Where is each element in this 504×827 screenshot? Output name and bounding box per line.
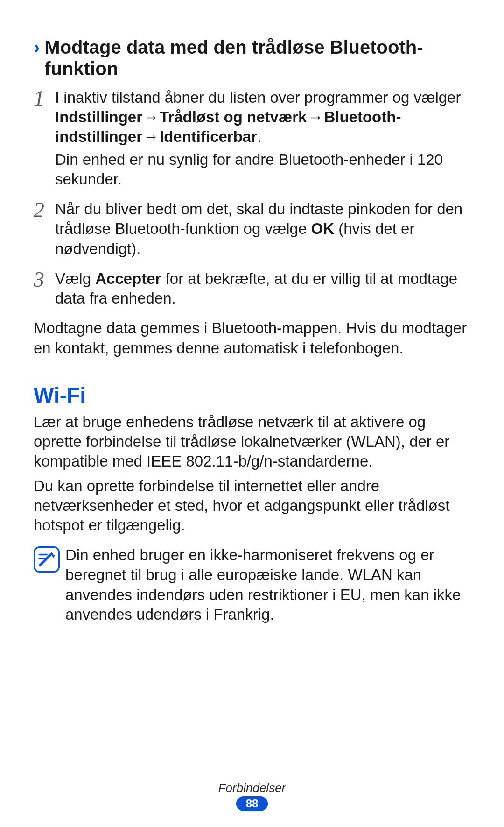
step-2: 2 Når du bliver bedt om det, skal du ind… — [34, 199, 470, 261]
step-body: Når du bliver bedt om det, skal du indta… — [55, 199, 470, 261]
section-heading-text: Modtage data med den trådløse Bluetooth-… — [44, 36, 470, 79]
chevron-right-icon: › — [34, 36, 40, 58]
step-1: 1 I inaktiv tilstand åbner du listen ove… — [34, 88, 470, 191]
section-heading-wifi: Wi-Fi — [34, 382, 470, 408]
step-3: 3 Vælg Accepter for at bekræfte, at du e… — [34, 269, 470, 310]
footer-section-label: Forbindelser — [0, 781, 504, 795]
manual-page: › Modtage data med den trådløse Bluetoot… — [0, 0, 504, 827]
note-text: Din enhed bruger en ikke-harmoniseret fr… — [65, 545, 470, 624]
wifi-para-2: Du kan oprette forbindelse til internett… — [34, 476, 470, 536]
step-1-sub: Din enhed er nu synlig for andre Bluetoo… — [55, 150, 470, 189]
step-number: 2 — [34, 199, 55, 221]
step-body: I inaktiv tilstand åbner du listen over … — [55, 88, 470, 191]
page-footer: Forbindelser 88 — [0, 781, 504, 811]
step-number: 1 — [34, 88, 55, 109]
note-icon — [34, 546, 60, 573]
info-note: Din enhed bruger en ikke-harmoniseret fr… — [34, 545, 470, 624]
section-heading-bluetooth: › Modtage data med den trådløse Bluetoot… — [34, 36, 470, 79]
step-body: Vælg Accepter for at bekræfte, at du er … — [55, 269, 470, 310]
page-number-badge: 88 — [236, 796, 268, 811]
step-3-text: Vælg Accepter for at bekræfte, at du er … — [55, 269, 470, 308]
step-1-text: I inaktiv tilstand åbner du listen over … — [55, 88, 470, 147]
step-list: 1 I inaktiv tilstand åbner du listen ove… — [34, 88, 470, 310]
section1-closing: Modtagne data gemmes i Bluetooth-mappen.… — [34, 318, 470, 358]
wifi-para-1: Lær at bruge enhedens trådløse netværk t… — [34, 412, 470, 472]
step-2-text: Når du bliver bedt om det, skal du indta… — [55, 199, 470, 259]
step-number: 3 — [34, 269, 55, 290]
